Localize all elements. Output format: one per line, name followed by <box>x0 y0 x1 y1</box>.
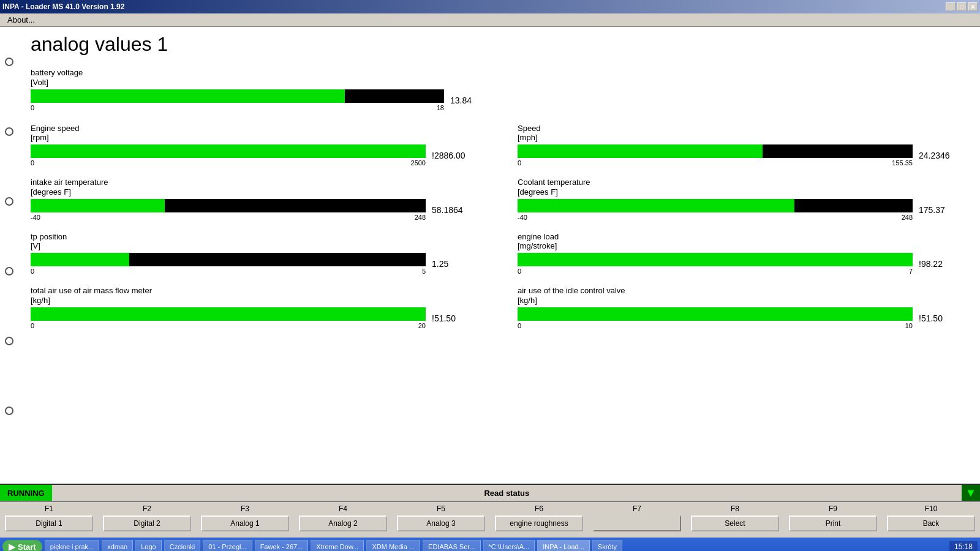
gauges-grid: Engine speed [rpm] 0 2500 !2886. <box>31 124 968 340</box>
read-status: Read status <box>52 489 962 498</box>
taskbar-item-6[interactable]: Xtreme Dow... <box>311 540 364 551</box>
idle-air-control-gauge: air use of the idle control valve [kg/h]… <box>518 286 968 329</box>
radio-5[interactable] <box>5 337 13 345</box>
fkey-button-f5[interactable]: Analog 3 <box>397 515 485 531</box>
fkey-label-f1: F1 <box>45 504 53 513</box>
taskbar-item-2[interactable]: Logo <box>135 540 161 551</box>
fkey-group-f7: F7F7 <box>588 504 686 531</box>
fkey-button-f8[interactable]: Select <box>691 515 779 531</box>
fkey-label-f10: F10 <box>925 504 938 513</box>
fkey-group-f6: F6engine roughness <box>490 504 588 531</box>
battery-voltage-bar-fill <box>31 89 345 103</box>
radio-1[interactable] <box>5 58 13 66</box>
fkey-label-f3: F3 <box>241 504 249 513</box>
taskbar: ▶ Startpiękne i prak...xdmanLogoCzcionki… <box>0 538 980 551</box>
fkey-button-f7[interactable]: F7 <box>593 515 681 531</box>
start-button[interactable]: ▶ Start <box>2 540 42 551</box>
taskbar-item-8[interactable]: EDIABAS Ser... <box>423 540 480 551</box>
title-bar: INPA - Loader MS 41.0 Version 1.92 _ □ ✕ <box>0 0 980 13</box>
battery-voltage-max: 18 <box>437 104 444 111</box>
about-menu[interactable]: About... <box>2 14 40 26</box>
taskbar-item-3[interactable]: Czcionki <box>164 540 201 551</box>
fkey-group-f3: F3Analog 1 <box>196 504 294 531</box>
fkey-label-f6: F6 <box>535 504 543 513</box>
taskbar-item-9[interactable]: *C:\Users\A... <box>483 540 535 551</box>
fkey-group-f1: F1Digital 1 <box>0 504 98 531</box>
maximize-button[interactable]: □ <box>957 2 967 11</box>
fkey-button-f10[interactable]: Back <box>887 515 975 531</box>
page-title: analog values 1 <box>31 33 968 56</box>
taskbar-item-0[interactable]: piękne i prak... <box>45 540 100 551</box>
tp-position-gauge: tp position [V] 0 5 1.25 <box>31 232 481 276</box>
coolant-temp-gauge: Coolant temperature [degrees F] -40 248 <box>518 178 968 221</box>
engine-speed-label: Engine speed <box>31 124 481 133</box>
battery-voltage-container: 0 18 13.84 <box>31 89 499 111</box>
fkey-label-f4: F4 <box>339 504 347 513</box>
title-text: INPA - Loader MS 41.0 Version 1.92 <box>2 2 124 11</box>
radio-6[interactable] <box>5 407 13 415</box>
content-area: analog values 1 battery voltage [Volt] 0… <box>18 27 980 484</box>
battery-voltage-label: battery voltage <box>31 68 499 78</box>
taskbar-right: 15:18 <box>949 541 978 551</box>
fkey-group-f8: F8Select <box>686 504 784 531</box>
radio-2[interactable] <box>5 127 13 136</box>
taskbar-item-11[interactable]: Skróty <box>592 540 622 551</box>
battery-voltage-value: 13.84 <box>450 96 499 105</box>
fkey-bar: F1Digital 1F2Digital 2F3Analog 1F4Analog… <box>0 502 980 538</box>
engine-load-gauge: engine load [mg/stroke] 0 7 !98. <box>518 232 968 276</box>
minimize-button[interactable]: _ <box>946 2 956 11</box>
fkey-group-f5: F5Analog 3 <box>392 504 490 531</box>
right-gauges: Speed [mph] 0 155.35 24.2346 <box>518 124 968 340</box>
battery-voltage-gauge: battery voltage [Volt] 0 18 13.84 <box>31 68 499 111</box>
radio-4[interactable] <box>5 267 13 276</box>
speed-gauge: Speed [mph] 0 155.35 24.2346 <box>518 124 968 167</box>
fkey-button-f6[interactable]: engine roughness <box>495 515 583 531</box>
engine-speed-gauge: Engine speed [rpm] 0 2500 !2886. <box>31 124 481 167</box>
menu-bar: About... <box>0 13 980 27</box>
fkey-button-f3[interactable]: Analog 1 <box>201 515 289 531</box>
fkey-label-f8: F8 <box>731 504 739 513</box>
taskbar-time: 15:18 <box>954 542 973 551</box>
intake-air-temp-gauge: intake air temperature [degrees F] -40 2… <box>31 178 481 221</box>
radio-3[interactable] <box>5 197 13 206</box>
fkey-label-f2: F2 <box>143 504 151 513</box>
battery-voltage-scale: 0 18 <box>31 104 444 111</box>
fkey-label-f9: F9 <box>829 504 837 513</box>
fkey-group-f2: F2Digital 2 <box>98 504 196 531</box>
left-gauges: Engine speed [rpm] 0 2500 !2886. <box>31 124 481 340</box>
taskbar-item-4[interactable]: 01 - Przegl... <box>203 540 252 551</box>
fkey-button-f2[interactable]: Digital 2 <box>103 515 191 531</box>
fkey-group-f4: F4Analog 2 <box>294 504 392 531</box>
sidebar <box>0 27 18 484</box>
fkey-group-f9: F9Print <box>784 504 882 531</box>
fkey-button-f9[interactable]: Print <box>789 515 877 531</box>
taskbar-item-10[interactable]: INPA - Load... <box>537 540 590 551</box>
battery-voltage-min: 0 <box>31 104 34 111</box>
running-status: RUNNING <box>0 485 52 501</box>
close-button[interactable]: ✕ <box>968 2 978 11</box>
battery-voltage-unit: [Volt] <box>31 78 499 87</box>
fkey-group-f10: F10Back <box>882 504 980 531</box>
status-bar: RUNNING Read status ▼ <box>0 484 980 502</box>
total-air-flow-gauge: total air use of air mass flow meter [kg… <box>31 286 481 329</box>
window-controls[interactable]: _ □ ✕ <box>946 2 978 11</box>
battery-voltage-bar-bg <box>31 89 444 103</box>
engine-speed-unit: [rpm] <box>31 133 481 142</box>
taskbar-item-5[interactable]: Fawek - 267... <box>255 540 309 551</box>
taskbar-item-7[interactable]: XDM Media ... <box>366 540 420 551</box>
fkey-button-f4[interactable]: Analog 2 <box>299 515 387 531</box>
taskbar-item-1[interactable]: xdman <box>102 540 133 551</box>
down-arrow-indicator: ▼ <box>962 485 980 501</box>
battery-voltage-bar-wrapper: 0 18 <box>31 89 444 111</box>
fkey-button-f1[interactable]: Digital 1 <box>5 515 93 531</box>
fkey-label-f7: F7 <box>633 504 641 513</box>
fkey-label-f5: F5 <box>437 504 445 513</box>
main-content: analog values 1 battery voltage [Volt] 0… <box>0 27 980 484</box>
